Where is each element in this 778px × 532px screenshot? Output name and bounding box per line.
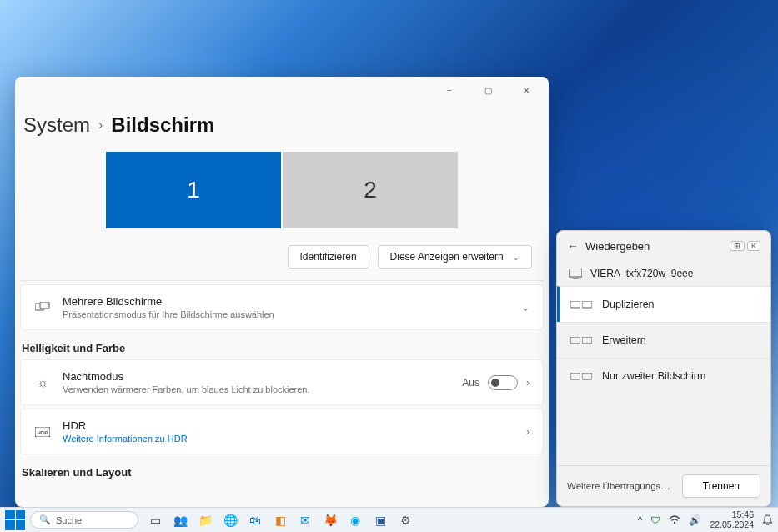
night-title: Nachtmodus: [63, 370, 450, 383]
project-option-label: Duplizieren: [602, 299, 655, 310]
svg-rect-7: [582, 301, 592, 308]
cast-device[interactable]: VIERA_txfx720w_9eee: [557, 261, 770, 286]
extend-dropdown[interactable]: Diese Anzeigen erweitern ⌄: [378, 245, 532, 269]
svg-point-12: [674, 522, 675, 524]
display-1[interactable]: 1: [106, 152, 281, 228]
dual-monitor-icon: [570, 373, 592, 380]
taskbar-app-firefox[interactable]: 🦊: [320, 510, 340, 530]
night-toggle[interactable]: [488, 375, 518, 390]
page-title: Bildschirm: [111, 113, 214, 137]
taskbar: 🔍 Suche ▭👥📁🌐🛍◧✉🦊◉▣⚙ ^ 🛡 🔊 15:46 22.05.20…: [0, 507, 778, 532]
time: 15:46: [710, 510, 754, 520]
extend-label: Diese Anzeigen erweitern: [390, 251, 504, 263]
disconnect-button[interactable]: Trennen: [682, 474, 760, 498]
search-icon: 🔍: [39, 514, 51, 525]
hdr-title: HDR: [63, 419, 514, 432]
taskbar-app-task-view[interactable]: ▭: [145, 510, 165, 530]
brightness-section-title: Helligkeit und Farbe: [22, 342, 542, 354]
chevron-right-icon: ›: [526, 426, 530, 438]
maximize-button[interactable]: ▢: [469, 77, 507, 103]
display-arrangement[interactable]: 1 2: [25, 152, 539, 228]
night-state: Aus: [462, 377, 479, 389]
key-win: ⊞: [730, 241, 745, 251]
taskbar-app-edge[interactable]: 🌐: [220, 510, 240, 530]
hdr-link[interactable]: Weitere Informationen zu HDR: [63, 434, 514, 444]
project-options: DuplizierenErweiternNur zweiter Bildschi…: [557, 286, 770, 465]
key-k: K: [747, 241, 760, 251]
project-option-label: Nur zweiter Bildschirm: [602, 370, 705, 382]
svg-text:HDR: HDR: [38, 430, 49, 435]
volume-icon[interactable]: 🔊: [689, 514, 701, 526]
chevron-down-icon: ⌄: [521, 302, 530, 314]
night-subtitle: Verwenden wärmerer Farben, um blaues Lic…: [63, 384, 450, 394]
chevron-right-icon: ›: [526, 377, 530, 389]
monitors-icon: [34, 302, 51, 314]
project-option-2[interactable]: Nur zweiter Bildschirm: [557, 358, 770, 394]
svg-rect-10: [570, 373, 580, 379]
multi-title: Mehrere Bildschirme: [63, 295, 509, 308]
flyout-title: Wiedergeben: [585, 240, 650, 253]
display-2[interactable]: 2: [283, 152, 458, 228]
svg-rect-11: [582, 373, 592, 379]
taskbar-app-store[interactable]: 🛍: [245, 510, 265, 530]
night-mode-row[interactable]: ☼ Nachtmodus Verwenden wärmerer Farben, …: [20, 359, 544, 405]
notifications-icon[interactable]: [762, 514, 773, 526]
back-button[interactable]: ←: [567, 239, 579, 253]
taskbar-app-outlook[interactable]: ✉: [295, 510, 315, 530]
breadcrumb: System › Bildschirm: [15, 103, 549, 152]
hdr-icon: HDR: [34, 427, 51, 437]
multiple-displays-row[interactable]: Mehrere Bildschirme Präsentationsmodus f…: [20, 284, 544, 330]
identify-button[interactable]: Identifizieren: [288, 245, 369, 269]
search-placeholder: Suche: [56, 515, 82, 525]
sun-icon: ☼: [34, 375, 51, 390]
settings-window: − ▢ ✕ System › Bildschirm 1 2 Identifizi…: [15, 77, 549, 507]
hdr-row[interactable]: HDR HDR Weitere Informationen zu HDR ›: [20, 409, 544, 454]
svg-rect-9: [582, 337, 592, 344]
scale-section-title: Skalieren und Layout: [22, 466, 542, 479]
start-button[interactable]: [5, 510, 25, 530]
svg-rect-6: [570, 301, 580, 308]
monitor-icon: [569, 269, 582, 279]
chevron-up-icon[interactable]: ^: [638, 514, 643, 526]
shield-icon[interactable]: 🛡: [650, 514, 660, 526]
taskbar-app-explorer[interactable]: 📁: [195, 510, 215, 530]
close-button[interactable]: ✕: [507, 77, 545, 103]
taskbar-app-widgets[interactable]: ◧: [270, 510, 290, 530]
multi-subtitle: Präsentationsmodus für Ihre Bildschirme …: [63, 309, 509, 319]
titlebar: − ▢ ✕: [15, 77, 549, 103]
dual-monitor-icon: [570, 337, 592, 344]
taskbar-app-app2[interactable]: ▣: [370, 510, 390, 530]
device-name: VIERA_txfx720w_9eee: [590, 268, 693, 279]
taskbar-app-teams[interactable]: 👥: [170, 510, 190, 530]
date: 22.05.2024: [710, 520, 754, 530]
search-box[interactable]: 🔍 Suche: [30, 511, 138, 529]
svg-rect-4: [569, 269, 582, 277]
clock[interactable]: 15:46 22.05.2024: [710, 510, 754, 529]
project-option-0[interactable]: Duplizieren: [557, 286, 770, 322]
project-option-label: Erweitern: [602, 334, 646, 346]
svg-rect-8: [570, 337, 580, 344]
project-flyout: ← Wiedergeben ⊞ K VIERA_txfx720w_9eee Du…: [556, 230, 771, 507]
svg-rect-1: [40, 302, 49, 309]
chevron-right-icon: ›: [98, 118, 103, 133]
dual-monitor-icon: [570, 301, 592, 309]
chevron-down-icon: ⌄: [513, 253, 520, 262]
wifi-icon[interactable]: [669, 515, 680, 524]
minimize-button[interactable]: −: [430, 77, 469, 103]
taskbar-app-settings[interactable]: ⚙: [395, 510, 415, 530]
taskbar-app-app1[interactable]: ◉: [345, 510, 365, 530]
more-settings-link[interactable]: Weitere Übertragungs…: [567, 481, 670, 491]
project-option-1[interactable]: Erweitern: [557, 322, 770, 358]
breadcrumb-parent[interactable]: System: [23, 113, 90, 137]
